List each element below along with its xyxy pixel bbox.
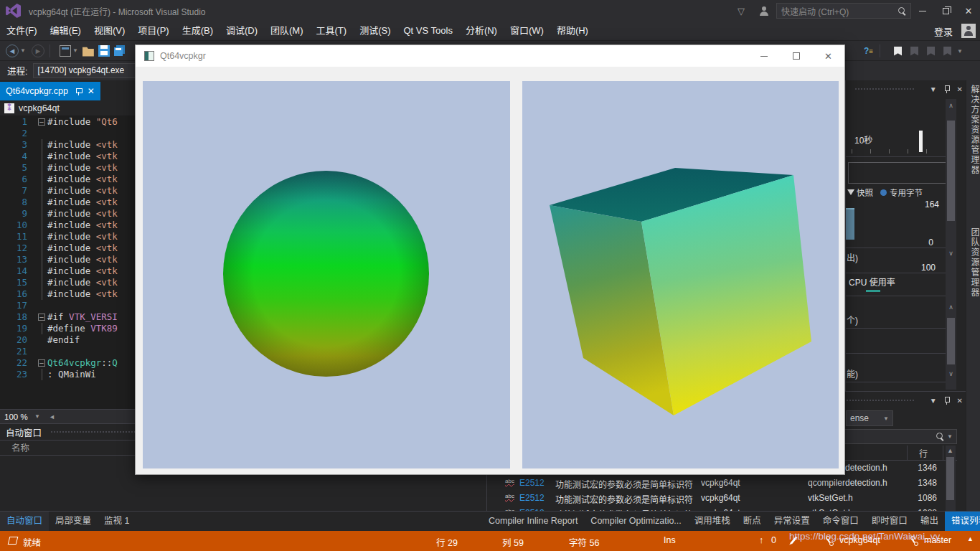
menu-item-8[interactable]: 测试(S) <box>353 22 397 40</box>
bottom-tab-right-6[interactable]: 即时窗口 <box>865 512 914 532</box>
navigate-forward-button[interactable]: ► <box>32 44 44 57</box>
back-dropdown-icon[interactable]: ▼ <box>20 47 26 54</box>
send-feedback-smile-icon[interactable] <box>759 6 769 16</box>
hscroll-left-arrow[interactable]: ◄ <box>49 413 55 420</box>
bottom-tab-right-4[interactable]: 异常设置 <box>768 512 816 532</box>
menu-item-4[interactable]: 生成(B) <box>176 22 220 40</box>
code-text: #include <vtk <box>47 185 118 197</box>
document-tab-active[interactable]: Qt64vcpkgr.cpp ✕ <box>0 82 100 100</box>
bottom-tab-left-1[interactable]: 局部变量 <box>49 512 98 532</box>
menu-item-9[interactable]: Qt VS Tools <box>397 22 458 40</box>
fold-marker[interactable]: – <box>37 311 47 323</box>
qt-minimize-button[interactable] <box>748 45 780 67</box>
fold-column <box>37 174 47 185</box>
error-code-link[interactable]: E2512 <box>519 478 545 488</box>
error-row[interactable]: abcE2512功能测试宏的参数必须是简单标识符vcpkg64qtvtkSetG… <box>487 491 945 506</box>
navigate-back-button[interactable]: ◄ <box>6 44 19 57</box>
diagnostics-close-icon[interactable]: ✕ <box>957 85 963 93</box>
feedback-icon[interactable]: ▽ <box>738 6 745 17</box>
bottom-tab-right-0[interactable]: Compiler Inline Report <box>482 512 584 532</box>
bottom-tab-right-7[interactable]: 输出 <box>914 512 945 532</box>
bottom-tab-right-1[interactable]: Compiler Optimizatio... <box>584 512 687 532</box>
side-tab-1[interactable]: 团队资源管理器 <box>969 227 980 298</box>
menu-item-12[interactable]: 帮助(H) <box>550 22 595 40</box>
sign-in-button[interactable]: 登录 <box>934 24 953 38</box>
pin-tab-icon[interactable] <box>75 88 82 95</box>
menu-item-3[interactable]: 项目(P) <box>131 22 175 40</box>
error-list-scrollbar[interactable]: ▲ <box>946 446 956 512</box>
error-row[interactable]: abcE2512功能测试宏的参数必须是简单标识符vcpkg64qtqcompil… <box>487 476 945 491</box>
diagnostics-scrollbar[interactable]: ∧ ∨ ∧ ∨ <box>946 99 956 390</box>
bottom-tab-left-2[interactable]: 监视 1 <box>98 512 136 532</box>
scroll-down-icon-2[interactable]: ∨ <box>947 370 955 377</box>
bottom-tab-right-2[interactable]: 调用堆栈 <box>688 512 737 532</box>
qt-close-button[interactable]: ✕ <box>812 45 844 67</box>
qt-application-window[interactable]: Qt64vcpkgr ✕ <box>135 44 845 475</box>
diagnostics-pin-icon[interactable] <box>944 85 950 93</box>
vtk-sphere-actor[interactable] <box>223 171 429 377</box>
qt-maximize-button[interactable] <box>780 45 812 67</box>
menu-item-1[interactable]: 编辑(E) <box>44 22 88 40</box>
menu-item-2[interactable]: 视图(V) <box>88 22 131 40</box>
intellisense-help-icon[interactable]: ?≡ <box>864 46 872 56</box>
minimize-button[interactable] <box>911 0 934 22</box>
new-file-dropdown-icon[interactable]: ▼ <box>72 47 78 54</box>
vtk-cube-actor[interactable] <box>522 81 839 468</box>
side-tab-0[interactable]: 解决方案资源管理器 <box>969 85 980 175</box>
diagnostics-drag-handle[interactable] <box>854 88 914 91</box>
bottom-tab-right-5[interactable]: 命令窗口 <box>816 512 865 532</box>
menu-item-0[interactable]: 文件(F) <box>0 22 44 40</box>
toolbar-overflow-icon[interactable]: ▼ <box>957 48 963 55</box>
diagnostic-tools-panel: ▼ ✕ 10秒 快照 专用字节 164 0 出) 100 CPU 使用率 个) … <box>845 80 966 391</box>
restore-button[interactable] <box>934 0 957 22</box>
save-icon[interactable] <box>98 45 110 57</box>
fold-marker[interactable]: – <box>37 357 47 369</box>
new-file-icon[interactable] <box>60 45 71 57</box>
scroll-up-icon-2[interactable]: ∧ <box>947 303 955 311</box>
previous-bookmark-icon[interactable] <box>910 47 918 56</box>
scroll-down-icon[interactable]: ∨ <box>947 250 955 257</box>
fold-column <box>37 288 47 300</box>
menu-item-6[interactable]: 团队(M) <box>264 22 310 40</box>
close-tab-icon[interactable]: ✕ <box>88 86 95 96</box>
menu-item-5[interactable]: 调试(D) <box>220 22 264 40</box>
pending-changes-count[interactable]: 0 <box>771 535 776 545</box>
fold-marker[interactable]: – <box>37 116 47 128</box>
line-number: 3 <box>0 139 37 151</box>
pending-changes-up-icon[interactable]: ↑ <box>759 535 763 545</box>
zoom-level-dropdown[interactable]: 100 % ▼ <box>1 410 43 423</box>
vtk-viewport-sphere[interactable] <box>143 81 510 468</box>
quick-launch-search[interactable]: 快速启动 (Ctrl+Q) <box>776 3 911 19</box>
save-all-icon[interactable] <box>114 47 123 56</box>
editor-mode-icon <box>8 537 19 545</box>
line-column-header[interactable]: 行 <box>919 447 928 459</box>
scroll-up-icon[interactable]: ∧ <box>947 102 955 109</box>
code-text: #include <vtk <box>47 277 118 288</box>
vtk-viewport-cube[interactable] <box>522 81 839 468</box>
timeline-cursor[interactable] <box>919 131 923 152</box>
bottom-tab-right-8[interactable]: 错误列表 <box>945 512 980 532</box>
menu-item-7[interactable]: 工具(T) <box>310 22 354 40</box>
bottom-tab-right-3[interactable]: 断点 <box>737 512 768 532</box>
toggle-bookmark-icon[interactable] <box>894 47 902 56</box>
error-list-pin-icon[interactable] <box>944 396 950 405</box>
bottom-tab-left-0[interactable]: 自动窗口 <box>0 512 49 532</box>
menu-item-10[interactable]: 分析(N) <box>459 22 504 40</box>
open-file-icon[interactable] <box>83 45 94 57</box>
intellisense-filter-dropdown[interactable]: ense ▼ <box>846 410 893 426</box>
branch-caret-icon[interactable]: ▲ <box>967 535 974 542</box>
breadcrumb-scope[interactable]: vcpkg64qt <box>19 103 60 113</box>
error-scroll-up-icon[interactable]: ▲ <box>946 447 954 454</box>
error-line-number: 1348 <box>908 478 937 488</box>
error-code-link[interactable]: E2512 <box>519 493 545 503</box>
error-list-menu-icon[interactable]: ▼ <box>930 397 937 405</box>
diagnostics-menu-icon[interactable]: ▼ <box>930 85 937 93</box>
qt-window-titlebar[interactable]: Qt64vcpkgr ✕ <box>136 45 844 67</box>
close-button[interactable]: ✕ <box>957 0 980 22</box>
error-list-close-icon[interactable]: ✕ <box>957 397 963 405</box>
user-avatar[interactable] <box>961 24 976 38</box>
menu-item-11[interactable]: 窗口(W) <box>504 22 550 40</box>
line-number: 4 <box>0 151 37 162</box>
clear-bookmarks-icon[interactable] <box>943 47 951 56</box>
next-bookmark-icon[interactable] <box>927 47 935 56</box>
